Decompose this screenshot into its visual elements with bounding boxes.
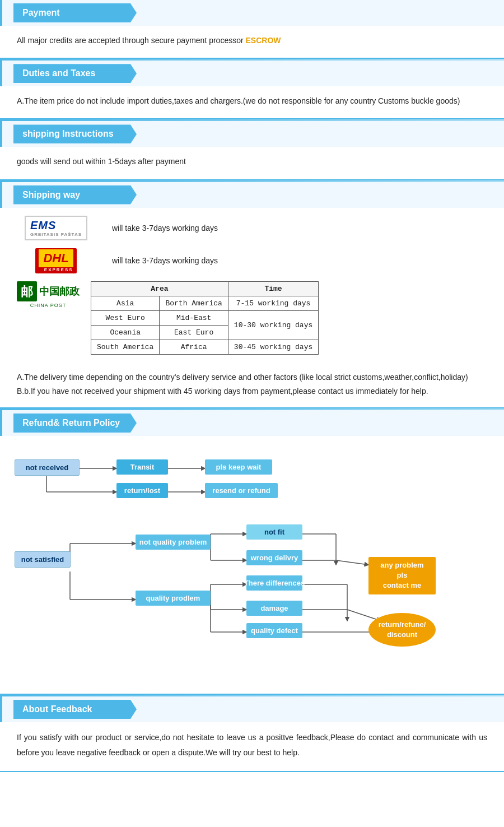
return-lost-box: return/lost (116, 483, 168, 498)
time-header: Time (228, 281, 318, 296)
ems-sub-text: GREITASIS PAŠTAS (30, 232, 82, 237)
not-received-box: not received (15, 459, 80, 476)
pls-keep-wait-box: pls keep wait (205, 459, 272, 475)
duties-content: A.The item price do not include import d… (0, 86, 504, 118)
feedback-header: About Feedback (13, 700, 137, 719)
time-row2: 10-30 working days (228, 310, 318, 340)
delivery-notes: A.The delivery time depending on the cou… (0, 365, 504, 407)
chinapost-cn-text: 中国邮政 (39, 285, 80, 298)
not-quality-problem-box: not quality problem (136, 535, 211, 550)
delivery-note-b: B.b.If you have not received your shipme… (17, 384, 487, 398)
dhl-text: will take 3-7days working days (112, 256, 218, 265)
shipping-table: Area Time Asia Borth America 7-15 workin… (91, 281, 319, 355)
refund-header: Refund& Return Policy (13, 414, 137, 433)
shipping-instructions-section: shipping Instructions goods will send ou… (0, 121, 504, 180)
delivery-note-a: A.The delivery time depending on the cou… (17, 370, 487, 384)
area-header: Area (91, 281, 228, 296)
feedback-text: If you satisfy with our product or servi… (17, 733, 487, 757)
resend-refund-box: resend or refund (205, 483, 278, 498)
shipping-way-content: EMS GREITASIS PAŠTAS will take 3-7days w… (0, 208, 504, 365)
table-row-1: Asia Borth America 7-15 working days (91, 296, 319, 310)
area2-row3: East Euro (160, 325, 228, 340)
ems-text: will take 3-7days working days (112, 224, 218, 233)
table-row-4: South America Africa 30-45 working days (91, 340, 319, 354)
duties-header-wrap: Duties and Taxes (0, 61, 504, 86)
shipping-way-section: Shipping way EMS GREITASIS PAŠTAS will t… (0, 182, 504, 408)
feedback-header-wrap: About Feedback (0, 696, 504, 722)
svg-text:邮: 邮 (21, 285, 33, 299)
duties-text: A.The item price do not include import d… (17, 96, 460, 105)
table-header-row: Area Time (91, 281, 319, 296)
dhl-logo-wrap: DHL EXPRESS (11, 248, 101, 273)
duties-header: Duties and Taxes (13, 64, 137, 83)
shipping-instructions-header: shipping Instructions (13, 124, 137, 143)
ems-logo-wrap: EMS GREITASIS PAŠTAS (11, 216, 101, 240)
area2-row2: Mid-East (160, 310, 228, 325)
refund-diagram: not received Transit pls keep wait retur… (0, 436, 504, 694)
shipping-instructions-text: goods will send out within 1-5days after… (17, 157, 186, 166)
chinapost-row: 邮 中国邮政 CHINA POST Area Time Asia Borth A… (17, 281, 493, 355)
not-fit-box: not fit (246, 524, 302, 540)
dhl-letters: DHL (43, 251, 68, 265)
ems-logo: EMS GREITASIS PAŠTAS (25, 216, 87, 240)
area2-row4: Africa (160, 340, 228, 354)
shipping-instructions-header-wrap: shipping Instructions (0, 121, 504, 147)
ems-main-text: EMS (30, 219, 56, 231)
damage-box: damage (246, 601, 302, 616)
any-problem-box: any problem pls contact me (368, 557, 436, 594)
chinapost-logo: 邮 中国邮政 CHINA POST (17, 281, 80, 308)
chinapost-icon: 邮 (17, 281, 37, 301)
chinapost-top: 邮 中国邮政 (17, 281, 80, 301)
payment-content: All major credits are accepted through s… (0, 26, 504, 58)
feedback-section: About Feedback If you satisfy with our p… (0, 696, 504, 772)
duties-section: Duties and Taxes A.The item price do not… (0, 61, 504, 119)
quality-defect-box: quality defect (246, 623, 302, 638)
area1-row2: West Euro (91, 310, 160, 325)
area1-row1: Asia (91, 296, 160, 310)
time-row4: 30-45 working days (228, 340, 318, 354)
shipping-instructions-content: goods will send out within 1-5days after… (0, 147, 504, 179)
dhl-express-text: EXPRESS (39, 267, 73, 272)
refund-section: Refund& Return Policy (0, 410, 504, 695)
shipping-way-header-wrap: Shipping way (0, 182, 504, 208)
return-refune-discount-box: return/refune/ discount (368, 613, 436, 647)
wrong-delivry-box: wrong delivry (246, 550, 302, 565)
payment-header-wrap: Payment (0, 0, 504, 26)
quality-prodlem-box: quality prodlem (136, 591, 211, 606)
chinapost-en-text: CHINA POST (30, 303, 67, 308)
area1-row3: Oceania (91, 325, 160, 340)
svg-line-18 (336, 560, 368, 565)
payment-header: Payment (13, 3, 137, 22)
refund-header-wrap: Refund& Return Policy (0, 410, 504, 436)
shipping-way-header: Shipping way (13, 185, 137, 205)
transit-box: Transit (116, 459, 168, 475)
feedback-content: If you satisfy with our product or servi… (0, 722, 504, 771)
time-row1: 7-15 working days (228, 296, 318, 310)
dhl-row: DHL EXPRESS will take 3-7days working da… (11, 248, 493, 273)
not-satisfied-box: not satisfied (15, 551, 71, 568)
payment-text: All major credits are accepted through s… (17, 36, 246, 45)
table-row-2: West Euro Mid-East 10-30 working days (91, 310, 319, 325)
there-differences-box: There differences (246, 575, 302, 591)
payment-section: Payment All major credits are accepted t… (0, 0, 504, 59)
area1-row4: South America (91, 340, 160, 354)
escrow-label: ESCROW (246, 36, 281, 45)
area2-row1: Borth America (160, 296, 228, 310)
ems-row: EMS GREITASIS PAŠTAS will take 3-7days w… (11, 216, 493, 240)
